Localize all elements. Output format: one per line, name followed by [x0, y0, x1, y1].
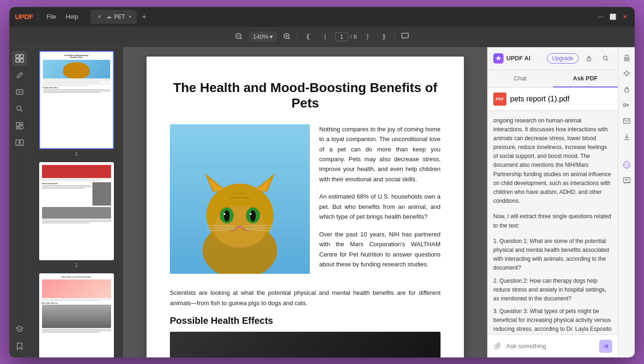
sidebar-bookmark-icon[interactable] — [12, 339, 27, 354]
svg-line-2 — [240, 38, 242, 39]
tab-add-button[interactable]: + — [139, 11, 150, 22]
svg-point-36 — [250, 213, 252, 215]
minimize-button[interactable]: — — [596, 13, 605, 21]
sidebar-edit-icon[interactable] — [12, 68, 27, 83]
zoom-out-button[interactable] — [232, 30, 245, 43]
toolbar: 140% ▾ ⟪ ⟨ / 6 ⟩ ⟫ — [9, 27, 635, 47]
left-sidebar — [9, 47, 30, 357]
sidebar-search-icon[interactable] — [12, 101, 27, 116]
sidebar-thumbnails-icon[interactable] — [12, 51, 27, 66]
download-icon[interactable] — [620, 130, 633, 143]
thumbnail-1[interactable]: The Health and Mood-BoostingBenefits of … — [34, 51, 119, 157]
ai-message-questions: 1. Question 1: What are some of the pote… — [493, 237, 612, 335]
prev-page-button[interactable]: ⟨ — [318, 30, 331, 43]
app-name: UPDF — [15, 13, 33, 21]
share-icon[interactable] — [620, 99, 633, 112]
pdf-paragraph-3: Over the past 10 years, NIH has partnere… — [319, 229, 441, 270]
comment-button[interactable] — [399, 30, 412, 43]
page-nav: / 6 — [335, 32, 357, 41]
ai-message-2: Now, I will extract three single questio… — [493, 212, 612, 230]
maximize-button[interactable]: ⬜ — [609, 13, 617, 21]
sidebar-annotate-icon[interactable] — [12, 85, 27, 100]
svg-point-34 — [250, 210, 256, 221]
svg-rect-50 — [625, 89, 629, 92]
lock-sidebar-icon[interactable] — [620, 83, 633, 96]
svg-rect-7 — [402, 33, 408, 38]
upgrade-button[interactable]: Upgrade — [547, 53, 579, 64]
thumbnail-panel: The Health and Mood-BoostingBenefits of … — [30, 47, 123, 357]
close-button[interactable]: ✕ — [621, 13, 629, 21]
tab-close-btn[interactable]: ✕ — [96, 14, 103, 20]
ai-attach-icon[interactable] — [493, 342, 503, 351]
svg-rect-17 — [16, 122, 19, 126]
app-logo: UPDF — [15, 13, 33, 21]
title-bar-menu: File Help — [43, 11, 82, 22]
svg-rect-11 — [20, 59, 23, 62]
chat-sidebar-icon[interactable] — [620, 174, 633, 187]
zoom-in-button[interactable] — [280, 30, 294, 43]
search-ai-icon[interactable] — [599, 52, 612, 65]
pin-icon[interactable] — [620, 67, 633, 80]
thumbnail-img-2: Animals Helping People — [39, 162, 114, 260]
pdf-title: The Health and Mood-Boosting Benefits of… — [170, 80, 441, 111]
tab-cloud-icon: ☁ — [106, 14, 112, 20]
lock-icon — [582, 52, 595, 65]
svg-point-15 — [17, 106, 21, 110]
tab-chat[interactable]: Chat — [488, 70, 553, 87]
svg-rect-18 — [20, 122, 23, 125]
thumbnail-img-1: The Health and Mood-BoostingBenefits of … — [39, 51, 114, 149]
page-separator: / — [350, 33, 352, 40]
ai-send-button[interactable] — [599, 340, 612, 353]
svg-rect-21 — [16, 140, 19, 145]
thumbnail-label-2: 2 — [75, 262, 77, 268]
thumbnail-img-3: A Key Phase in the History of Tourism Wh… — [39, 273, 114, 357]
pdf-viewer[interactable]: The Health and Mood-Boosting Benefits of… — [123, 47, 487, 357]
tab-dropdown-icon: ▾ — [129, 14, 131, 19]
file-menu[interactable]: File — [43, 11, 60, 22]
ai-panel: UPDF AI Upgrade — [487, 47, 618, 357]
zoom-display[interactable]: 140% ▾ — [249, 32, 277, 42]
ai-bot-icon[interactable] — [620, 158, 633, 171]
page-input[interactable] — [335, 32, 348, 41]
app-window: UPDF File Help ✕ ☁ PET ▾ + — ⬜ ✕ — [9, 7, 635, 357]
svg-rect-20 — [16, 127, 19, 129]
next-page-button[interactable]: ⟩ — [361, 30, 374, 43]
toolbar-separator-2 — [394, 32, 395, 41]
ai-logo-text: UPDF AI — [506, 55, 531, 62]
sidebar-organize-icon[interactable] — [12, 118, 27, 133]
zoom-level: 140% — [253, 33, 268, 40]
ai-message-2-text: Now, I will extract three single questio… — [493, 213, 611, 228]
ai-input-bar — [488, 335, 618, 357]
mail-icon[interactable] — [620, 114, 633, 128]
thumbnail-3[interactable]: A Key Phase in the History of Tourism Wh… — [34, 273, 119, 357]
ai-file-name: pets report (1).pdf — [510, 95, 569, 103]
pdf-text-column: Nothing compares to the joy of coming ho… — [319, 124, 441, 277]
sidebar-layers-icon[interactable] — [12, 322, 27, 337]
right-sidebar — [618, 47, 635, 357]
ai-input-field[interactable] — [506, 343, 595, 350]
ai-logo-icon — [493, 53, 504, 64]
svg-rect-9 — [20, 55, 23, 58]
svg-rect-52 — [623, 119, 630, 123]
tab-ask-pdf[interactable]: Ask PDF — [553, 70, 618, 87]
svg-point-33 — [224, 210, 230, 221]
tab-bar: ✕ ☁ PET ▾ + — [91, 10, 592, 24]
svg-point-56 — [627, 164, 629, 165]
print-icon[interactable] — [620, 51, 633, 64]
pdf-paragraph-1: Nothing compares to the joy of coming ho… — [319, 124, 441, 185]
help-menu[interactable]: Help — [62, 11, 82, 22]
ai-message-1-text: ongoing research on human-animal interac… — [493, 117, 611, 205]
thumbnail-2[interactable]: Animals Helping People — [34, 162, 119, 268]
toolbar-separator-1 — [297, 32, 298, 41]
last-page-button[interactable]: ⟫ — [378, 30, 391, 43]
first-page-button[interactable]: ⟪ — [301, 30, 315, 43]
main-content: The Health and Mood-BoostingBenefits of … — [9, 47, 635, 357]
ai-tabs: Chat Ask PDF — [488, 70, 618, 88]
svg-line-46 — [607, 59, 609, 61]
tab-pet[interactable]: ✕ ☁ PET ▾ — [91, 10, 137, 24]
ai-question-1: 1. Question 1: What are some of the pote… — [493, 237, 612, 273]
ai-message-1: ongoing research on human-animal interac… — [493, 116, 612, 206]
sidebar-compare-icon[interactable] — [12, 135, 27, 150]
svg-rect-8 — [16, 55, 19, 58]
pdf-page: The Health and Mood-Boosting Benefits of… — [147, 57, 464, 357]
